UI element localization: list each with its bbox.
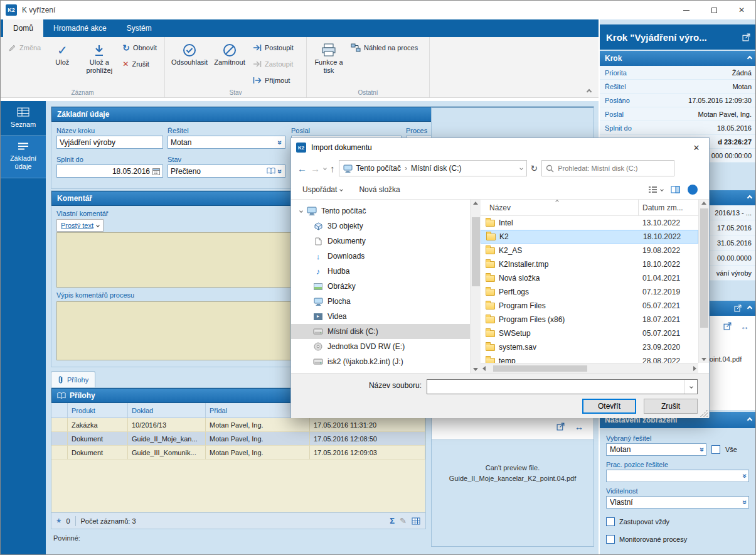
tab-system[interactable]: Systém [117, 19, 162, 37]
export-grid-icon[interactable] [412, 517, 420, 525]
combo-dropdown-button[interactable] [684, 380, 697, 394]
collapse-chevron-icon[interactable] [747, 195, 752, 200]
prac-pozice-combo[interactable] [606, 470, 749, 482]
tree-item-network-drive[interactable]: isk2 (\\jakob.k2.int) (J:) [291, 354, 481, 369]
dialog-titlebar[interactable]: K2 Import dokumentu [291, 138, 709, 157]
col-produkt[interactable]: Produkt [68, 403, 128, 418]
breadcrumb-chevron-icon[interactable] [519, 166, 523, 170]
history-chevron-icon[interactable] [323, 166, 327, 170]
zrusit-button[interactable]: Zrušit [119, 56, 161, 72]
sidebar-item-zakladni-udaje[interactable]: Základní údaje [1, 136, 46, 178]
search-box[interactable] [541, 160, 674, 176]
zamitnout-button[interactable]: Zamítnout [210, 40, 249, 67]
resize-grip[interactable] [700, 409, 708, 417]
calendar-icon[interactable] [152, 168, 160, 175]
file-row[interactable]: Program Files (x86)18.07.2021 [481, 313, 698, 326]
tree-item-obrazky[interactable]: Obrázky [291, 279, 481, 294]
open-external-icon[interactable] [556, 423, 565, 431]
breadcrumb-item[interactable]: Tento počítač [356, 164, 401, 173]
priloha-row-selected[interactable]: Dokument Guide_II_Moje_kan... Motan Pave… [51, 432, 425, 446]
fit-width-icon[interactable] [575, 423, 583, 431]
breadcrumb-item[interactable]: Místní disk (C:) [411, 164, 462, 173]
fit-width-icon[interactable] [740, 322, 749, 331]
help-button[interactable] [688, 185, 698, 195]
search-input[interactable] [558, 164, 670, 172]
uloz-a-prohlizej-button[interactable]: Ulož a prohlížej [80, 40, 119, 75]
tree-item-dvd[interactable]: Jednotka DVD RW (E:) [291, 339, 481, 354]
cancel-button[interactable]: Zrušit [644, 399, 698, 414]
obnovit-button[interactable]: Obnovit [119, 40, 161, 56]
tree-scrollbar[interactable] [470, 200, 481, 373]
col-nazev[interactable]: Název [481, 200, 639, 215]
tree-item-videa[interactable]: Videa [291, 309, 481, 324]
col-datum-zmeny[interactable]: Datum zm... [639, 200, 698, 215]
nazev-kroku-input[interactable]: Vyjádření výroby [56, 136, 163, 149]
sidebar-item-seznam[interactable]: Seznam [1, 101, 46, 136]
back-button[interactable] [297, 164, 307, 173]
preview-pane-icon[interactable] [671, 186, 680, 193]
file-row[interactable]: SWSetup05.07.2021 [481, 326, 698, 340]
scroll-down-icon[interactable] [473, 368, 478, 371]
file-row[interactable]: Nová složka01.04.2021 [481, 271, 698, 285]
postoupit-button[interactable]: Postoupit [249, 40, 297, 56]
file-row[interactable]: K2Installer.tmp18.10.2022 [481, 257, 698, 271]
usporadat-button[interactable]: Uspořádat [302, 185, 343, 194]
tree-item-hudba[interactable]: Hudba [291, 264, 481, 279]
scroll-up-icon[interactable] [701, 202, 706, 205]
minimize-button[interactable] [673, 1, 700, 19]
prijmout-button[interactable]: Přijmout [249, 72, 297, 89]
tab-prilohy[interactable]: Přílohy [51, 371, 95, 387]
tree-item-3d-objekty[interactable]: 3D objekty [291, 218, 481, 234]
book-icon[interactable] [267, 168, 275, 175]
view-mode-button[interactable] [648, 186, 663, 193]
file-row[interactable]: system.sav23.09.2020 [481, 340, 698, 354]
ribbon-collapse-chevron-icon[interactable] [587, 89, 592, 94]
col-doklad[interactable]: Doklad [128, 403, 206, 418]
splnit-do-input[interactable]: 18.05.2016 [56, 164, 163, 178]
resitel-input[interactable]: Motan [168, 136, 285, 149]
funkce-a-tisk-button[interactable]: Funkce a tisk [311, 40, 347, 75]
file-row[interactable]: temp28.08.2022 [481, 354, 698, 363]
edit-icon[interactable] [400, 517, 407, 525]
scrollbar-thumb[interactable] [472, 217, 480, 286]
scroll-left-icon[interactable] [482, 366, 486, 371]
scrollbar-thumb[interactable] [493, 365, 587, 372]
tree-item-downloads[interactable]: Downloads [291, 249, 481, 264]
file-row[interactable]: PerfLogs07.12.2019 [481, 285, 698, 299]
maximize-button[interactable] [700, 1, 728, 19]
odsouhlasit-button[interactable]: Odsouhlasit [169, 40, 210, 67]
scroll-right-icon[interactable] [693, 366, 696, 371]
scroll-up-icon[interactable] [473, 202, 478, 205]
zastupovat-checkbox[interactable] [606, 517, 615, 526]
priloha-row[interactable]: Dokument Guide_III_Komunik... Motan Pave… [51, 446, 425, 460]
vybrany-resitel-combo[interactable]: Motan [606, 443, 706, 456]
dialog-close-button[interactable] [684, 138, 709, 157]
tab-domu[interactable]: Domů [3, 19, 43, 37]
open-external-icon[interactable] [742, 33, 750, 41]
file-row[interactable]: Program Files05.07.2021 [481, 299, 698, 313]
vse-checkbox[interactable] [711, 445, 720, 454]
tree-item-dokumenty[interactable]: Dokumenty [291, 234, 481, 249]
file-row[interactable]: K2_AS19.08.2022 [481, 244, 698, 257]
expander-icon[interactable] [299, 209, 303, 213]
collapse-chevron-icon[interactable] [747, 56, 752, 61]
file-row[interactable]: Intel13.10.2022 [481, 216, 698, 230]
tab-hromadne-akce[interactable]: Hromadné akce [43, 19, 117, 37]
breadcrumb[interactable]: Tento počítač Místní disk (C:) [339, 160, 527, 176]
filename-combobox[interactable] [427, 379, 698, 394]
file-row-selected[interactable]: K218.10.2022 [481, 230, 698, 244]
lookup-chevron-icon[interactable] [277, 169, 284, 173]
collapse-chevron-icon[interactable] [747, 418, 752, 423]
lookup-chevron-icon[interactable] [277, 140, 284, 144]
stav-input[interactable]: Přečteno [168, 164, 285, 178]
viditelnost-combo[interactable]: Vlastní [606, 496, 749, 509]
up-button[interactable] [330, 164, 335, 173]
prosty-text-dropdown[interactable]: Prostý text [56, 219, 104, 232]
tree-item-tento-pocitac[interactable]: Tento počítač [291, 203, 481, 218]
sum-icon[interactable] [390, 517, 395, 525]
open-external-icon[interactable] [734, 304, 742, 312]
list-horizontal-scrollbar[interactable] [481, 363, 698, 373]
open-button[interactable]: Otevřít [582, 399, 636, 414]
nova-slozka-button[interactable]: Nová složka [359, 185, 400, 194]
uloz-button[interactable]: Ulož [45, 40, 80, 67]
